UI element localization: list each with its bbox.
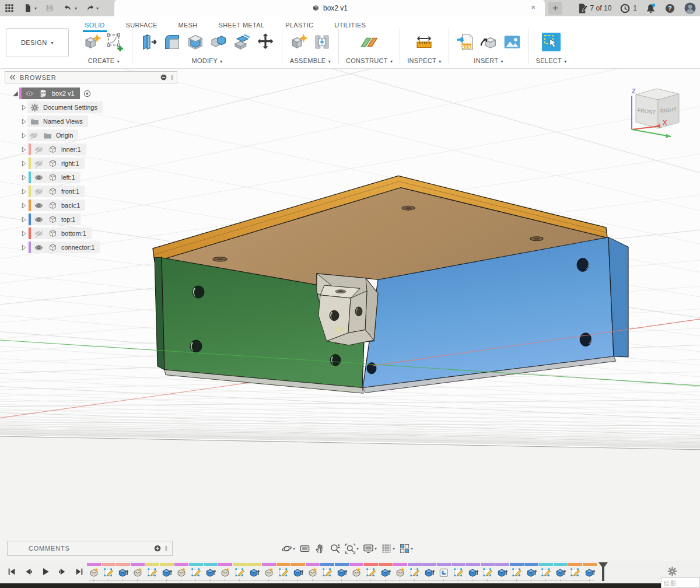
minimize-icon[interactable]	[160, 74, 167, 81]
collapsed-triangle-icon[interactable]	[20, 174, 27, 181]
ribbon-tab-utilities[interactable]: UTILITIES	[334, 20, 366, 30]
history-clock[interactable]: 1	[620, 3, 637, 14]
timeline-feature-sketch[interactable]	[276, 563, 290, 582]
job-status[interactable]: 7 of 10	[577, 3, 612, 14]
ribbon-tab-plastic[interactable]: PLASTIC	[285, 20, 313, 30]
browser-row-connector-1[interactable]: connector:1	[5, 240, 177, 254]
canvas-button[interactable]	[503, 33, 522, 51]
construction-plane-button[interactable]	[360, 33, 379, 51]
chevron-down-icon[interactable]: ▾	[393, 546, 395, 551]
timeline-feature-extrude[interactable]	[524, 563, 538, 582]
chevron-down-icon[interactable]: ▾	[356, 546, 359, 551]
visibility-eye-off-icon[interactable]	[34, 159, 44, 169]
timeline-feature-sketch[interactable]	[363, 563, 378, 582]
timeline-feature-sketch[interactable]	[101, 563, 116, 582]
select-button[interactable]	[542, 33, 561, 51]
timeline-feature-component[interactable]	[130, 563, 145, 582]
timeline-feature-extrude[interactable]	[203, 563, 218, 582]
chevron-down-icon[interactable]: ▾	[374, 546, 377, 551]
pan-button[interactable]	[314, 543, 326, 554]
browser-row-box2-v1[interactable]: box2 v1	[5, 86, 177, 100]
timeline-feature-component[interactable]	[174, 563, 188, 582]
grid-display-button[interactable]: ▾	[381, 543, 395, 554]
avatar[interactable]	[684, 2, 696, 15]
file-button[interactable]: ▾	[22, 2, 37, 14]
assemble-component-button[interactable]	[289, 33, 308, 51]
visibility-eye-icon[interactable]	[34, 215, 44, 225]
visibility-eye-icon[interactable]	[34, 243, 44, 253]
save-button[interactable]	[44, 2, 55, 14]
timeline-feature-component[interactable]	[86, 563, 101, 582]
chevron-down-icon[interactable]: ▾	[293, 546, 295, 551]
insert-svg-button[interactable]: SVG	[456, 33, 475, 51]
combine-button[interactable]	[209, 33, 228, 51]
collapsed-triangle-icon[interactable]	[20, 104, 27, 111]
skip-start-button[interactable]	[7, 567, 16, 576]
visibility-eye-off-icon[interactable]	[29, 131, 38, 141]
ribbon-tab-surface[interactable]: SURFACE	[126, 20, 158, 30]
move-button[interactable]	[256, 33, 275, 51]
timeline-feature-extrude[interactable]	[159, 563, 174, 582]
offset-face-button[interactable]	[233, 33, 251, 51]
timeline-feature-sketch[interactable]	[320, 563, 334, 582]
timeline-feature-component[interactable]	[393, 563, 407, 582]
redo-button[interactable]: ▾	[84, 2, 99, 14]
document-tab[interactable]: box2 v1 ×	[114, 0, 545, 16]
timeline-feature-extrude[interactable]	[116, 563, 130, 582]
create-sketch-button[interactable]	[106, 33, 125, 51]
browser-item-chip[interactable]: bottom:1	[27, 228, 92, 239]
browser-row-bottom-1[interactable]: bottom:1	[5, 226, 177, 240]
ribbon-tab-sheet-metal[interactable]: SHEET METAL	[219, 20, 265, 30]
timeline-feature-shell[interactable]	[436, 563, 451, 582]
browser-row-left-1[interactable]: left:1	[5, 170, 177, 184]
viewports-button[interactable]: ▾	[399, 543, 413, 554]
comments-panel[interactable]: COMMENTS ‖	[7, 541, 173, 556]
chevron-down-icon[interactable]: ▾	[411, 546, 413, 551]
group-label-insert[interactable]: INSERT ▾	[474, 57, 503, 64]
timeline-feature-extrude[interactable]	[378, 563, 393, 582]
timeline-feature-sketch[interactable]	[188, 563, 203, 582]
insert-mesh-button[interactable]	[480, 33, 498, 51]
3d-viewport[interactable]: BROWSER ‖ box2 v1Document SettingsNamed …	[0, 69, 700, 561]
timeline-feature-extrude[interactable]	[553, 563, 568, 582]
panel-grip-icon[interactable]: ‖	[170, 74, 173, 81]
browser-item-chip[interactable]: back:1	[27, 200, 85, 211]
timeline-feature-extrude[interactable]	[247, 563, 261, 582]
timeline-feature-sketch[interactable]	[480, 563, 495, 582]
new-tab-button[interactable]: +	[548, 2, 562, 15]
group-label-modify[interactable]: MODIFY ▾	[191, 57, 222, 64]
group-label-create[interactable]: CREATE ▾	[88, 57, 120, 64]
browser-row-back-1[interactable]: back:1	[5, 198, 177, 212]
app-grid-button[interactable]	[4, 2, 15, 14]
activate-component-radio[interactable]	[83, 89, 92, 98]
visibility-eye-icon[interactable]	[34, 173, 44, 183]
model-connector-bracket[interactable]	[317, 274, 378, 345]
timeline-feature-extrude[interactable]	[290, 563, 305, 582]
browser-item-chip[interactable]: Origin	[27, 130, 78, 141]
ribbon-tab-solid[interactable]: SOLID	[85, 20, 105, 30]
tab-close-icon[interactable]: ×	[528, 3, 538, 12]
group-label-assemble[interactable]: ASSEMBLE ▾	[290, 57, 331, 64]
press-pull-button[interactable]	[139, 33, 158, 51]
shell-tool-button[interactable]	[186, 33, 205, 51]
fillet-button[interactable]	[163, 33, 181, 51]
timeline-feature-component[interactable]	[349, 563, 363, 582]
new-component-button[interactable]	[83, 33, 102, 51]
collapsed-triangle-icon[interactable]	[20, 230, 27, 237]
expanded-triangle-icon[interactable]	[12, 90, 19, 97]
browser-row-inner-1[interactable]: inner:1	[5, 142, 177, 156]
collapsed-triangle-icon[interactable]	[20, 244, 27, 251]
browser-header[interactable]: BROWSER ‖	[5, 71, 177, 83]
display-settings-button[interactable]: ▾	[363, 543, 377, 554]
notifications-button[interactable]	[645, 3, 656, 14]
browser-item-chip[interactable]: left:1	[27, 172, 80, 183]
measure-button[interactable]	[415, 33, 433, 51]
orbit-button[interactable]: ▾	[281, 543, 295, 554]
add-comment-icon[interactable]	[153, 544, 162, 552]
timeline-settings-button[interactable]	[667, 566, 678, 577]
browser-item-chip[interactable]: box2 v1	[19, 88, 80, 99]
timeline-feature-sketch[interactable]	[407, 563, 422, 582]
browser-item-chip[interactable]: inner:1	[27, 144, 86, 155]
step-back-button[interactable]	[24, 567, 33, 576]
group-label-construct[interactable]: CONSTRUCT ▾	[346, 57, 393, 64]
